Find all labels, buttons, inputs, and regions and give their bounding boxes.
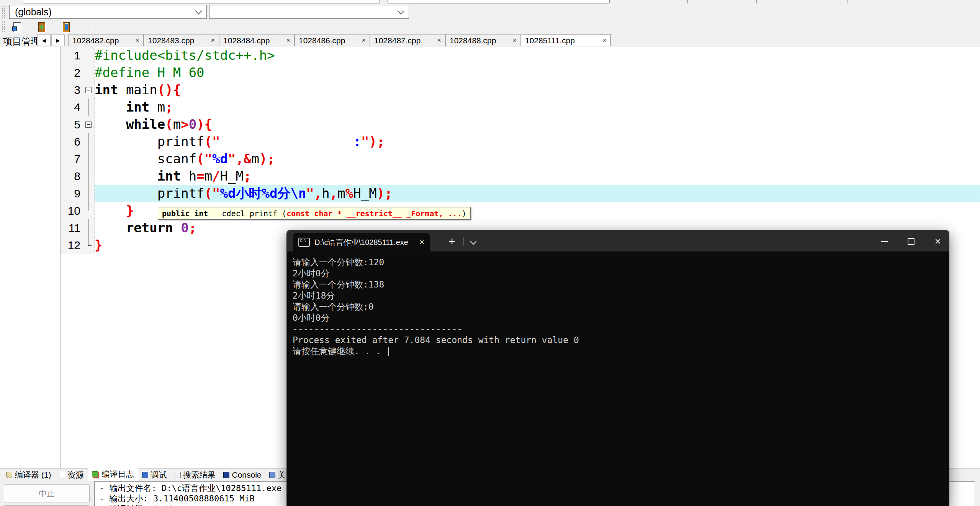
bottom-tab-resource[interactable]: 资源 bbox=[55, 468, 88, 481]
abort-button[interactable]: 中止 bbox=[4, 484, 90, 503]
code-line: 3int main(){ bbox=[61, 81, 980, 99]
file-tab[interactable]: 1028483.cpp× bbox=[144, 34, 219, 46]
tab-close-icon[interactable]: × bbox=[512, 36, 517, 44]
bottom-tab-compile-log[interactable]: 编译日志 bbox=[88, 467, 138, 481]
code-segment: m bbox=[173, 117, 181, 132]
file-tab[interactable]: 10285111.cpp× bbox=[521, 34, 611, 46]
bottom-tab-label: 搜索结果 bbox=[183, 470, 216, 480]
fold-guide bbox=[83, 202, 95, 219]
terminal-tab-close-icon[interactable]: × bbox=[419, 237, 424, 247]
code-text: printf(" :"); bbox=[95, 133, 980, 150]
code-segment: H_M bbox=[353, 186, 376, 201]
editor-scrollbar[interactable] bbox=[977, 47, 977, 468]
code-segment: H_M bbox=[220, 168, 244, 184]
code-segment: : bbox=[220, 134, 361, 149]
terminal-line: 2小时18分 bbox=[293, 290, 949, 301]
code-segment: printf bbox=[95, 186, 205, 201]
terminal-output[interactable]: 请输入一个分钟数:1202小时0分请输入一个分钟数:1382小时18分请输入一个… bbox=[286, 251, 949, 506]
new-file-icon bbox=[13, 22, 21, 32]
toolbar-grip[interactable] bbox=[2, 5, 5, 18]
tab-scroll-right-button[interactable]: ▶ bbox=[51, 34, 65, 46]
code-segment: #define H_M 60 bbox=[95, 65, 205, 80]
fold-toggle-icon[interactable] bbox=[83, 81, 95, 99]
ide-window: (globals) 项目管理 ◀ ▶ 1028482.cpp×1028483.c… bbox=[0, 0, 980, 506]
file-tab[interactable]: 1028488.cpp× bbox=[445, 34, 521, 46]
compiler-icon bbox=[6, 472, 12, 478]
tooltip-segment: const char * __restrict__ _Format, ... bbox=[286, 209, 462, 218]
file-tab-label: 1028483.cpp bbox=[148, 36, 194, 45]
bottom-tab-compiler[interactable]: 编译器 (1) bbox=[2, 468, 55, 481]
tab-close-icon[interactable]: × bbox=[135, 36, 139, 44]
code-segment: ; bbox=[189, 220, 196, 235]
fold-toggle-icon[interactable] bbox=[83, 116, 95, 133]
code-segment: 0 bbox=[189, 117, 196, 132]
close-icon: × bbox=[935, 236, 941, 247]
code-segment: ", bbox=[306, 186, 322, 201]
code-segment bbox=[173, 220, 181, 235]
code-segment: return bbox=[126, 220, 173, 235]
code-text: while(m>0){ bbox=[95, 116, 980, 133]
globals-dropdown-value: (globals) bbox=[15, 7, 52, 18]
file-tab-label: 1028486.cpp bbox=[299, 36, 345, 45]
maximize-button[interactable] bbox=[902, 235, 920, 248]
project-add-button[interactable] bbox=[35, 21, 48, 33]
code-segment: h bbox=[322, 186, 329, 201]
new-tab-button[interactable]: + bbox=[443, 234, 460, 249]
toolbar-grip[interactable] bbox=[2, 21, 5, 33]
terminal-line: 2小时0分 bbox=[293, 268, 949, 279]
toolbar-remnant-box bbox=[23, 0, 380, 3]
remove-file-icon bbox=[63, 22, 70, 32]
globals-dropdown[interactable]: (globals) bbox=[9, 5, 207, 19]
code-segment: } bbox=[95, 237, 102, 253]
tab-scroll-left-button[interactable]: ◀ bbox=[37, 34, 51, 46]
file-tab-label: 1028482.cpp bbox=[72, 36, 119, 45]
terminal-titlebar[interactable]: D:\c语言作业\10285111.exe × + × bbox=[286, 230, 949, 251]
code-line: 1#include<bits/stdc++.h> bbox=[61, 47, 980, 64]
code-segment: = bbox=[196, 168, 204, 184]
tab-close-icon[interactable]: × bbox=[211, 36, 215, 44]
search-results-icon bbox=[175, 472, 181, 478]
bottom-tab-console[interactable]: Console bbox=[219, 468, 265, 481]
code-segment: m bbox=[149, 99, 165, 115]
code-segment: ){ bbox=[196, 117, 212, 132]
line-number: 6 bbox=[61, 133, 83, 150]
project-panel[interactable] bbox=[0, 47, 61, 468]
tab-close-icon[interactable]: × bbox=[437, 36, 441, 44]
terminal-tab[interactable]: D:\c语言作业\10285111.exe × bbox=[293, 233, 430, 251]
file-tab[interactable]: 1028487.cpp× bbox=[370, 34, 445, 46]
tab-close-icon[interactable]: × bbox=[362, 36, 366, 44]
fold-guide bbox=[83, 219, 95, 237]
code-line: 8 int h=m/H_M; bbox=[61, 168, 980, 185]
code-segment bbox=[95, 203, 126, 218]
bottom-tab-label: 编译日志 bbox=[102, 469, 134, 480]
code-segment: "); bbox=[361, 134, 384, 149]
code-segment bbox=[95, 99, 126, 115]
bottom-tab-label: 资源 bbox=[68, 470, 84, 480]
code-segment: % bbox=[345, 186, 353, 201]
code-line: 7 scanf("%d",&m); bbox=[61, 150, 980, 168]
file-tab[interactable]: 1028486.cpp× bbox=[294, 34, 370, 46]
terminal-line: -------------------------------- bbox=[293, 324, 949, 335]
line-number: 10 bbox=[61, 202, 83, 219]
line-number: 1 bbox=[61, 47, 83, 64]
tab-dropdown-chevron-icon[interactable] bbox=[470, 238, 477, 245]
bottom-tab-debug[interactable]: 调试 bbox=[138, 468, 171, 481]
minimize-button[interactable] bbox=[875, 235, 893, 248]
code-segment: while bbox=[126, 117, 165, 132]
file-tab-label: 1028484.cpp bbox=[223, 36, 270, 45]
project-new-button[interactable] bbox=[11, 21, 24, 33]
project-remove-button[interactable] bbox=[60, 21, 73, 33]
tab-close-icon[interactable]: × bbox=[286, 36, 290, 44]
chevron-down-icon bbox=[397, 7, 404, 14]
file-tab[interactable]: 1028484.cpp× bbox=[219, 34, 294, 46]
tab-close-icon[interactable]: × bbox=[602, 36, 607, 44]
members-dropdown[interactable] bbox=[209, 5, 409, 19]
code-text: int h=m/H_M; bbox=[95, 168, 980, 185]
class-browser-toolbar: (globals) bbox=[0, 4, 980, 20]
file-tab[interactable]: 1028482.cpp× bbox=[68, 34, 144, 46]
fold-guide bbox=[83, 99, 95, 116]
bottom-tab-search-results[interactable]: 搜索结果 bbox=[171, 468, 219, 481]
close-button[interactable]: × bbox=[929, 235, 947, 248]
file-tabs: 1028482.cpp×1028483.cpp×1028484.cpp×1028… bbox=[68, 34, 611, 47]
line-number: 9 bbox=[61, 185, 83, 202]
